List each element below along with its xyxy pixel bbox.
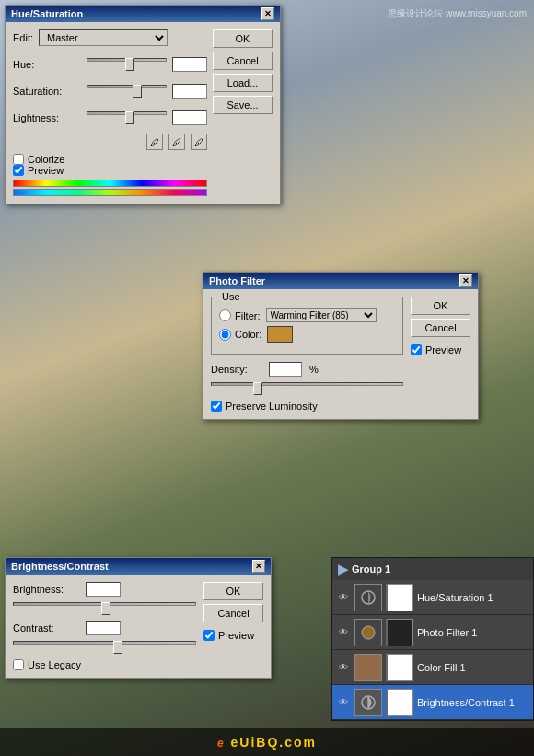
bc-preview-label[interactable]: Preview	[203, 630, 263, 641]
layer-mask-3	[386, 654, 413, 681]
hue-slider-container	[87, 58, 167, 71]
lightness-slider-thumb[interactable]	[125, 111, 134, 124]
brightness-close-button[interactable]: ✕	[252, 560, 265, 573]
color-radio[interactable]	[219, 329, 231, 341]
layer-eye-1[interactable]: 👁	[336, 590, 351, 605]
layer-name-1: Hue/Saturation 1	[417, 592, 529, 603]
photo-filter-titlebar[interactable]: Photo Filter ✕	[203, 273, 478, 289]
layer-mask-2	[386, 619, 413, 646]
density-input[interactable]: 25	[269, 362, 302, 377]
saturation-slider-thumb[interactable]	[133, 85, 142, 98]
brightness-titlebar[interactable]: Brightness/Contrast ✕	[6, 558, 271, 575]
brightness-content: Brightness: 0 Contrast: +15	[13, 582, 263, 670]
layers-header: ▶ Group 1	[332, 558, 533, 580]
hue-slider-thumb[interactable]	[125, 58, 134, 71]
color-swatch[interactable]	[267, 326, 293, 343]
filter-radio-label[interactable]: Filter:	[219, 309, 261, 321]
layers-group-title: Group 1	[352, 564, 390, 575]
use-legend: Use	[219, 291, 243, 302]
pf-ok-button[interactable]: OK	[411, 297, 470, 315]
colorize-label[interactable]: Colorize	[13, 154, 207, 165]
use-group: Use Filter: Warming Filter (85)	[211, 297, 403, 355]
brightness-label: Brightness:	[13, 584, 82, 595]
brightness-input[interactable]: 0	[86, 582, 121, 597]
photo-filter-left: Use Filter: Warming Filter (85)	[211, 297, 403, 412]
preview-checkbox[interactable]	[13, 165, 24, 176]
layer-eye-4[interactable]: 👁	[336, 695, 351, 710]
layer-thumb-3	[354, 654, 382, 681]
ok-button[interactable]: OK	[213, 29, 273, 48]
pf-preview-checkbox[interactable]	[411, 344, 422, 355]
brightness-slider-thumb[interactable]	[101, 602, 110, 615]
hue-sat-close-button[interactable]: ✕	[261, 7, 274, 20]
lightness-label: Lightness:	[13, 112, 87, 123]
layers-panel: ▶ Group 1 👁 Hue/Saturation 1 👁	[331, 557, 534, 721]
bc-ok-button[interactable]: OK	[203, 582, 263, 600]
hue-sat-body: Edit: Master Hue: 0	[6, 22, 280, 204]
preserve-checkbox[interactable]	[211, 401, 222, 412]
hue-sat-thumb-icon	[360, 589, 377, 606]
layer-thumb-4	[354, 689, 382, 716]
color-radio-row: Color:	[219, 326, 395, 343]
eyedropper-1-icon[interactable]: 🖊	[146, 134, 163, 150]
preserve-text: Preserve Luminosity	[226, 401, 318, 412]
use-legacy-label[interactable]: Use Legacy	[13, 659, 196, 670]
density-unit: %	[309, 364, 319, 375]
layer-row[interactable]: 👁 Brightness/Contrast 1	[332, 685, 533, 720]
bc-cancel-button[interactable]: Cancel	[203, 604, 263, 622]
hue-saturation-dialog: Hue/Saturation ✕ Edit: Master Hue:	[5, 5, 281, 204]
density-row: Density: 25 %	[211, 362, 403, 377]
photo-filter-close-button[interactable]: ✕	[459, 274, 472, 287]
bottom-bar-text: e eUiBQ.com	[217, 735, 317, 750]
layer-eye-2[interactable]: 👁	[336, 625, 351, 640]
contrast-slider-thumb[interactable]	[113, 641, 122, 654]
contrast-input[interactable]: +15	[86, 621, 121, 635]
saturation-row: Saturation: +34	[13, 80, 207, 101]
watermark: 思缘设计论坛 www.missyuan.com	[388, 7, 527, 20]
rainbow-bar-top	[13, 180, 207, 187]
layer-name-4: Brightness/Contrast 1	[417, 697, 529, 708]
brightness-contrast-dialog: Brightness/Contrast ✕ Brightness: 0 Cont…	[5, 557, 272, 679]
hue-sat-titlebar[interactable]: Hue/Saturation ✕	[6, 6, 280, 22]
bottom-bar-brand: eUiBQ.com	[231, 735, 317, 750]
load-button[interactable]: Load...	[213, 74, 273, 92]
saturation-slider-container	[87, 85, 167, 98]
density-slider-track	[211, 382, 403, 386]
pf-preview-text: Preview	[425, 344, 461, 355]
color-radio-label[interactable]: Color:	[219, 329, 261, 341]
preview-label[interactable]: Preview	[13, 165, 207, 176]
bc-preview-checkbox[interactable]	[203, 630, 215, 641]
eyedropper-2-icon[interactable]: 🖊	[168, 134, 185, 150]
filter-radio-row: Filter: Warming Filter (85)	[219, 308, 395, 322]
lightness-row: Lightness: 0	[13, 107, 207, 128]
pf-cancel-button[interactable]: Cancel	[411, 319, 470, 337]
preserve-label[interactable]: Preserve Luminosity	[211, 401, 403, 412]
hue-input[interactable]: 0	[172, 57, 207, 72]
filter-radio[interactable]	[219, 309, 231, 321]
colorize-checkbox[interactable]	[13, 154, 24, 165]
hue-sat-title: Hue/Saturation	[11, 8, 83, 19]
layer-name-3: Color Fill 1	[417, 662, 529, 673]
layer-thumb-2	[354, 619, 382, 646]
layer-row[interactable]: 👁 Hue/Saturation 1	[332, 580, 533, 615]
layer-row[interactable]: 👁 Color Fill 1	[332, 650, 533, 685]
hue-label: Hue:	[13, 59, 87, 70]
cancel-button[interactable]: Cancel	[213, 52, 273, 70]
edit-select[interactable]: Master	[39, 29, 168, 46]
contrast-row: Contrast: +15	[13, 621, 196, 635]
use-legacy-checkbox[interactable]	[13, 659, 24, 670]
density-slider-thumb[interactable]	[253, 382, 262, 395]
photo-filter-title: Photo Filter	[209, 275, 265, 286]
layers-scroll: 👁 Hue/Saturation 1 👁 Photo Filter 1	[332, 580, 533, 720]
lightness-input[interactable]: 0	[172, 110, 207, 125]
pf-preview-label[interactable]: Preview	[411, 344, 470, 355]
layer-eye-3[interactable]: 👁	[336, 660, 351, 675]
save-button[interactable]: Save...	[213, 96, 273, 114]
filter-select[interactable]: Warming Filter (85)	[266, 308, 377, 322]
layer-row[interactable]: 👁 Photo Filter 1	[332, 615, 533, 650]
density-label: Density:	[211, 364, 261, 375]
hue-row: Hue: 0	[13, 53, 207, 75]
eyedropper-3-icon[interactable]: 🖊	[191, 134, 207, 150]
saturation-input[interactable]: +34	[172, 84, 207, 99]
preview-text: Preview	[28, 165, 64, 176]
